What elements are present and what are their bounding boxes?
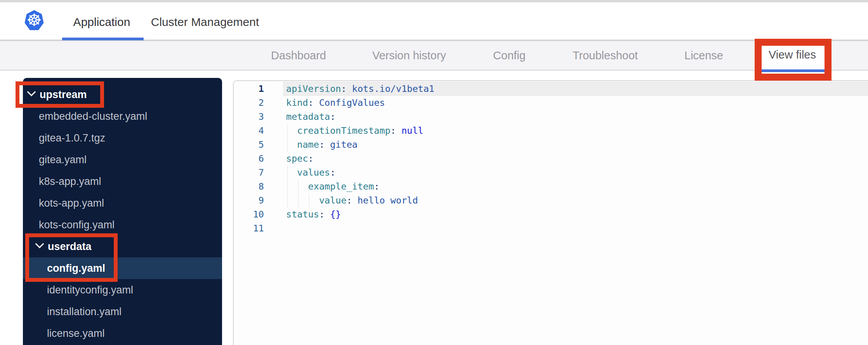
code-text: value: hello world	[286, 193, 418, 207]
code-line-10[interactable]: 10status: {}	[234, 207, 868, 221]
line-number: 6	[234, 152, 264, 166]
active-tab-underline	[62, 38, 144, 40]
tree-item-config.yaml[interactable]: config.yaml	[23, 257, 222, 279]
line-number: 1	[234, 82, 264, 96]
code-lines: 1apiVersion: kots.io/v1beta12kind: Confi…	[234, 82, 868, 235]
tree-item-license.yaml[interactable]: license.yaml	[23, 323, 222, 344]
tree-item-upstream[interactable]: upstream	[23, 84, 222, 105]
code-text: example_item:	[286, 179, 380, 193]
code-line-11[interactable]: 11	[234, 221, 868, 235]
chevron-down-icon	[35, 240, 44, 248]
file-tree-sidebar: upstreamembedded-cluster.yamlgitea-1.0.7…	[23, 78, 222, 345]
tree-item-gitea-1.0.7.tgz[interactable]: gitea-1.0.7.tgz	[23, 127, 222, 149]
subnav-tab-license[interactable]: License	[684, 49, 723, 62]
subnav-tab-troubleshoot[interactable]: Troubleshoot	[573, 49, 638, 62]
code-text: values:	[286, 166, 335, 179]
tree-item-kots-config.yaml[interactable]: kots-config.yaml	[23, 214, 222, 236]
app-header: ☸ Application Cluster Management	[0, 2, 868, 40]
tree-item-identityconfig.yaml[interactable]: identityconfig.yaml	[23, 279, 222, 301]
tree-item-gitea.yaml[interactable]: gitea.yaml	[23, 149, 222, 171]
file-tree: upstreamembedded-cluster.yamlgitea-1.0.7…	[23, 84, 222, 344]
tree-item-kots-app.yaml[interactable]: kots-app.yaml	[23, 192, 222, 214]
chevron-down-icon	[27, 88, 36, 97]
tree-item-label: kots-app.yaml	[39, 197, 104, 209]
tab-cluster-management[interactable]: Cluster Management	[151, 16, 259, 29]
app-subnav: Dashboard Version history Config Trouble…	[0, 40, 868, 71]
line-number: 3	[234, 110, 264, 124]
subnav-tab-version-history[interactable]: Version history	[372, 49, 446, 62]
line-number: 7	[234, 166, 264, 179]
line-number: 8	[234, 179, 264, 193]
code-line-9[interactable]: 9 value: hello world	[234, 193, 868, 207]
tab-application[interactable]: Application	[73, 16, 130, 29]
tree-item-label: config.yaml	[47, 262, 105, 274]
tree-item-embedded-cluster.yaml[interactable]: embedded-cluster.yaml	[23, 105, 222, 127]
code-text: status: {}	[286, 207, 341, 221]
line-number: 4	[234, 124, 264, 138]
code-line-8[interactable]: 8 example_item:	[234, 179, 868, 193]
tree-item-label: identityconfig.yaml	[47, 284, 133, 296]
tree-item-label: installation.yaml	[47, 306, 122, 318]
tree-item-label: gitea-1.0.7.tgz	[39, 132, 105, 144]
code-line-7[interactable]: 7 values:	[234, 166, 868, 179]
code-text: kind: ConfigValues	[286, 96, 385, 110]
subnav-tab-config[interactable]: Config	[493, 49, 526, 62]
line-number: 10	[234, 207, 264, 221]
code-line-6[interactable]: 6spec:	[234, 152, 868, 166]
subnav-tab-view-files[interactable]: View files	[759, 40, 825, 72]
tree-item-label: embedded-cluster.yaml	[39, 110, 147, 122]
code-text: creationTimestamp: null	[286, 124, 424, 138]
tree-item-label: gitea.yaml	[39, 154, 87, 166]
tree-item-k8s-app.yaml[interactable]: k8s-app.yaml	[23, 171, 222, 192]
tree-item-label: upstream	[40, 89, 87, 101]
kubernetes-logo: ☸	[24, 10, 44, 31]
line-number: 9	[234, 193, 264, 207]
code-text: spec:	[286, 152, 314, 166]
line-number: 5	[234, 138, 264, 152]
code-line-2[interactable]: 2kind: ConfigValues	[234, 96, 868, 110]
line-number: 11	[234, 221, 264, 235]
code-text: apiVersion: kots.io/v1beta1	[286, 82, 434, 96]
code-line-1[interactable]: 1apiVersion: kots.io/v1beta1	[234, 82, 868, 96]
code-text: metadata:	[286, 110, 335, 124]
tree-item-label: license.yaml	[47, 328, 105, 340]
code-line-5[interactable]: 5 name: gitea	[234, 138, 868, 152]
code-text: name: gitea	[286, 138, 358, 152]
tree-item-label: userdata	[48, 241, 92, 253]
line-number: 2	[234, 96, 264, 110]
code-line-4[interactable]: 4 creationTimestamp: null	[234, 124, 868, 138]
file-viewer-editor[interactable]: 1apiVersion: kots.io/v1beta12kind: Confi…	[233, 80, 868, 345]
tree-item-label: k8s-app.yaml	[39, 176, 101, 188]
subnav-tab-dashboard[interactable]: Dashboard	[271, 49, 326, 62]
tree-item-installation.yaml[interactable]: installation.yaml	[23, 301, 222, 323]
kubernetes-wheel-icon: ☸	[26, 12, 42, 29]
code-line-3[interactable]: 3metadata:	[234, 110, 868, 124]
tree-item-userdata[interactable]: userdata	[23, 236, 222, 257]
tree-item-label: kots-config.yaml	[39, 219, 115, 231]
